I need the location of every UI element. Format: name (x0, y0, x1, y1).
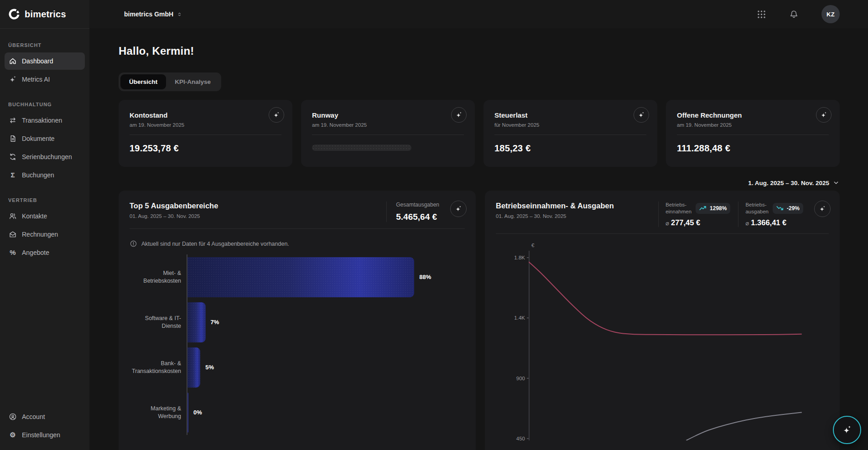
apps-grid-button[interactable] (757, 10, 766, 19)
tab-uebersicht[interactable]: Übersicht (120, 74, 166, 89)
ai-insight-button[interactable] (816, 107, 832, 123)
unfold-icon (177, 11, 182, 17)
stat-betriebsausgaben: Betriebs- ausgaben -29% ⌀1.366,41 € (738, 202, 803, 227)
sidebar-item-dokumente[interactable]: Dokumente (5, 130, 85, 147)
svg-text:450: 450 (516, 436, 525, 440)
sidebar-item-metrics-ai[interactable]: Metrics AI (5, 71, 85, 88)
account-icon (9, 413, 17, 421)
kpi-value: 19.253,78 € (130, 143, 281, 154)
bar (187, 257, 414, 297)
ai-assistant-button[interactable] (833, 416, 861, 444)
transfer-arrows-icon (9, 116, 17, 124)
svg-text:€: € (531, 243, 535, 248)
trend-up-icon (699, 206, 707, 211)
home-icon (9, 57, 17, 65)
chart-title: Betriebseinnahmen- & Ausgaben (496, 202, 650, 210)
income-expenses-card: Betriebseinnahmen- & Ausgaben 01. Aug. 2… (485, 191, 840, 450)
kpi-card-runway: Runway am 19. November 2025 (301, 100, 475, 167)
ai-insight-button[interactable] (634, 107, 649, 123)
bar (187, 393, 188, 433)
sparkle-icon (819, 205, 826, 212)
divider (0, 28, 89, 29)
trend-down-icon (776, 206, 784, 211)
bimetrics-logo-icon (8, 8, 21, 21)
sidebar-item-buchungen[interactable]: Σ Buchungen (5, 166, 85, 184)
sidebar-item-dashboard[interactable]: Dashboard (5, 52, 85, 70)
top5-expenses-card: Top 5 Ausgabenbereiche 01. Aug. 2025 – 3… (119, 191, 476, 450)
company-selector[interactable]: bimetrics GmbH (124, 10, 182, 18)
section-label-vertrieb: VERTRIEB (8, 197, 81, 203)
brand-name: bimetrics (25, 9, 66, 20)
trend-badge: 1298% (696, 203, 730, 214)
percent-icon: % (9, 248, 17, 257)
sidebar-item-kontakte[interactable]: Kontakte (5, 207, 85, 225)
sparkle-icon (820, 111, 827, 119)
section-label-uebersicht: ÜBERSICHT (8, 42, 81, 48)
svg-text:900: 900 (516, 375, 525, 381)
tab-kpi-analyse[interactable]: KPI-Analyse (166, 74, 219, 89)
stat-value: ⌀1.366,41 € (745, 218, 803, 227)
ai-insight-button[interactable] (269, 107, 284, 123)
app-window: bimetrics ÜBERSICHT Dashboard Metrics AI… (0, 0, 868, 450)
stat-value: ⌀277,45 € (665, 218, 730, 227)
sidebar-item-einstellungen[interactable]: ⚙ Einstellungen (5, 426, 85, 444)
sidebar-item-transaktionen[interactable]: Transaktionen (5, 112, 85, 129)
notifications-button[interactable] (789, 10, 799, 19)
kpi-value: 185,23 € (494, 143, 646, 154)
kpi-cards-row: Kontostand am 19. November 2025 19.253,7… (119, 100, 840, 167)
ai-insight-button[interactable] (814, 201, 831, 217)
sidebar-item-serienbuchungen[interactable]: Serienbuchungen (5, 148, 85, 166)
contacts-icon (9, 212, 17, 220)
sparkles-icon (9, 75, 17, 83)
info-icon (130, 240, 137, 248)
envelope-icon (9, 230, 17, 238)
topbar-actions: KZ (757, 5, 840, 23)
sigma-icon: Σ (9, 171, 17, 179)
date-range-selector[interactable]: 1. Aug. 2025 – 30. Nov. 2025 (119, 179, 840, 186)
apps-grid-icon (757, 10, 766, 19)
sidebar-item-rechnungen[interactable]: Rechnungen (5, 226, 85, 243)
repeat-icon (9, 153, 17, 161)
divider (494, 134, 646, 135)
data-notice: Aktuell sind nur Daten für 4 Ausgabenber… (130, 240, 465, 248)
svg-text:1.8K: 1.8K (514, 255, 525, 260)
ai-insight-button[interactable] (451, 107, 467, 123)
kpi-card-offene-rechnungen: Offene Rechnungen am 19. November 2025 1… (666, 100, 840, 167)
bar-row: Bank- & Transaktionskosten 5% (130, 345, 465, 390)
svg-text:1.4K: 1.4K (514, 315, 525, 321)
trend-badge: -29% (773, 203, 803, 214)
sidebar-footer: Account ⚙ Einstellungen (0, 407, 89, 445)
sidebar-item-angebote[interactable]: % Angebote (5, 244, 85, 261)
sidebar-item-account[interactable]: Account (5, 408, 85, 425)
chart-header: Betriebseinnahmen- & Ausgaben 01. Aug. 2… (496, 202, 829, 234)
chart-subtitle: 01. Aug. 2025 – 30. Nov. 2025 (130, 213, 379, 219)
chart-title: Top 5 Ausgabenbereiche (130, 202, 379, 210)
bar-row: Marketing & Werbung 0% (130, 390, 465, 435)
user-avatar[interactable]: KZ (821, 5, 840, 23)
charts-row: Top 5 Ausgabenbereiche 01. Aug. 2025 – 3… (119, 191, 840, 450)
ai-insight-button[interactable] (450, 201, 467, 217)
bell-icon (789, 10, 799, 19)
kpi-card-kontostand: Kontostand am 19. November 2025 19.253,7… (119, 100, 292, 167)
bar-row: Software & IT-Dienste 7% (130, 300, 465, 345)
sidebar: bimetrics ÜBERSICHT Dashboard Metrics AI… (0, 0, 89, 450)
topbar: bimetrics GmbH KZ (89, 0, 868, 28)
page-title: Hallo, Kermin! (119, 45, 840, 57)
chart-header: Top 5 Ausgabenbereiche 01. Aug. 2025 – 3… (130, 202, 465, 229)
sparkle-icon (842, 425, 852, 435)
total-expenses: Gesamtausgaben 5.465,64 € (386, 202, 439, 222)
date-range-label: 1. Aug. 2025 – 30. Nov. 2025 (748, 180, 829, 186)
stat-betriebseinnahmen: Betriebs- einnahmen 1298% ⌀277,45 € (658, 202, 730, 227)
bar-chart: Miet- & Betriebskosten 88% Software & IT… (130, 254, 465, 435)
brand-logo[interactable]: bimetrics (0, 0, 89, 28)
divider (677, 134, 829, 135)
sparkle-icon (273, 111, 280, 119)
sparkle-icon (638, 111, 645, 119)
loading-skeleton (312, 145, 411, 151)
kpi-value: 111.288,48 € (677, 143, 829, 154)
gear-icon: ⚙ (9, 431, 17, 439)
chevron-down-icon (832, 179, 840, 186)
line-chart: €1.8K1.4K900450 (496, 239, 829, 442)
section-label-buchhaltung: BUCHHALTUNG (8, 102, 81, 107)
bar (187, 347, 200, 388)
